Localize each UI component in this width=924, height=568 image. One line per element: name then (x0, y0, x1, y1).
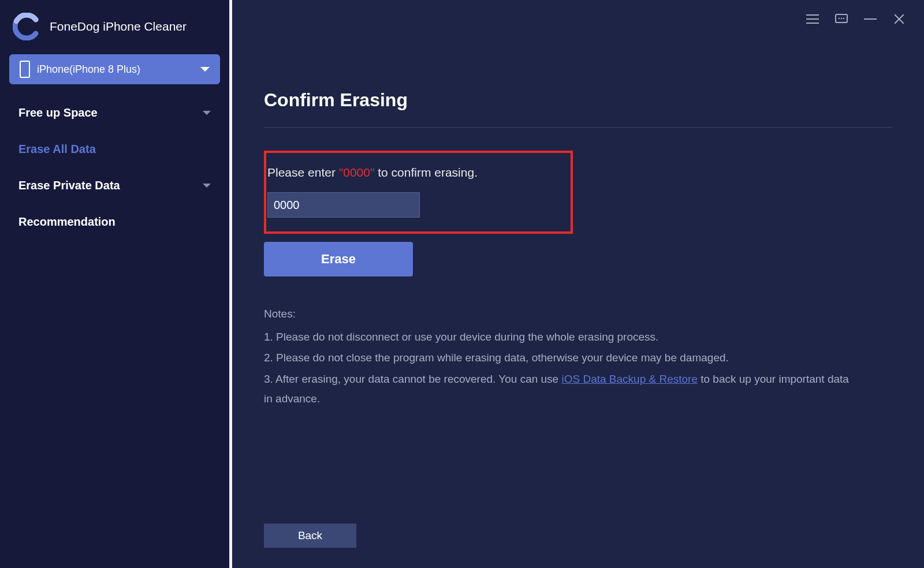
erase-button[interactable]: Erase (264, 242, 413, 276)
app-header: FoneDog iPhone Cleaner (0, 0, 229, 54)
sidebar-item-label: Free up Space (18, 106, 98, 119)
sidebar-item-label: Recommendation (18, 215, 116, 229)
device-label: iPhone(iPhone 8 Plus) (37, 63, 200, 76)
device-selector[interactable]: iPhone(iPhone 8 Plus) (9, 54, 220, 84)
titlebar (788, 0, 924, 38)
sidebar-item-recommendation[interactable]: Recommendation (0, 204, 229, 240)
feedback-icon[interactable] (834, 12, 849, 27)
sidebar-item-free-up-space[interactable]: Free up Space (0, 95, 229, 131)
highlight-box: Please enter "0000" to confirm erasing. (264, 151, 573, 234)
close-icon[interactable] (892, 12, 907, 27)
svg-point-2 (841, 18, 842, 19)
confirm-code: "0000" (339, 166, 375, 179)
chevron-down-icon (203, 111, 211, 115)
confirm-prefix: Please enter (267, 166, 339, 179)
svg-point-3 (843, 18, 844, 19)
confirm-code-input[interactable] (267, 192, 420, 218)
chevron-down-icon (200, 67, 210, 72)
confirm-suffix: to confirm erasing. (374, 166, 478, 179)
note-1: 1. Please do not disconnect or use your … (264, 327, 850, 347)
ios-backup-link[interactable]: iOS Data Backup & Restore (561, 373, 698, 385)
confirm-text: Please enter "0000" to confirm erasing. (267, 166, 571, 180)
chevron-down-icon (203, 184, 211, 188)
sidebar-item-label: Erase Private Data (18, 179, 120, 192)
sidebar-item-erase-all-data[interactable]: Erase All Data (0, 131, 229, 167)
phone-icon (20, 61, 30, 78)
note-2: 2. Please do not close the program while… (264, 348, 850, 368)
sidebar-item-erase-private-data[interactable]: Erase Private Data (0, 167, 229, 204)
notes-section: Notes: 1. Please do not disconnect or us… (264, 304, 850, 409)
note-3-prefix: 3. After erasing, your data cannot be re… (264, 373, 561, 385)
app-title: FoneDog iPhone Cleaner (50, 20, 187, 33)
content-inner: Confirm Erasing Please enter "0000" to c… (232, 0, 924, 409)
sidebar-item-label: Erase All Data (18, 143, 96, 156)
minimize-icon[interactable] (863, 12, 878, 27)
svg-point-1 (839, 18, 840, 19)
page-title: Confirm Erasing (264, 89, 892, 128)
app-logo-icon (13, 13, 40, 40)
main-content: Confirm Erasing Please enter "0000" to c… (232, 0, 924, 568)
sidebar: FoneDog iPhone Cleaner iPhone(iPhone 8 P… (0, 0, 232, 568)
note-3: 3. After erasing, your data cannot be re… (264, 369, 850, 409)
notes-header: Notes: (264, 304, 850, 324)
back-button[interactable]: Back (264, 524, 356, 548)
menu-icon[interactable] (805, 12, 820, 27)
